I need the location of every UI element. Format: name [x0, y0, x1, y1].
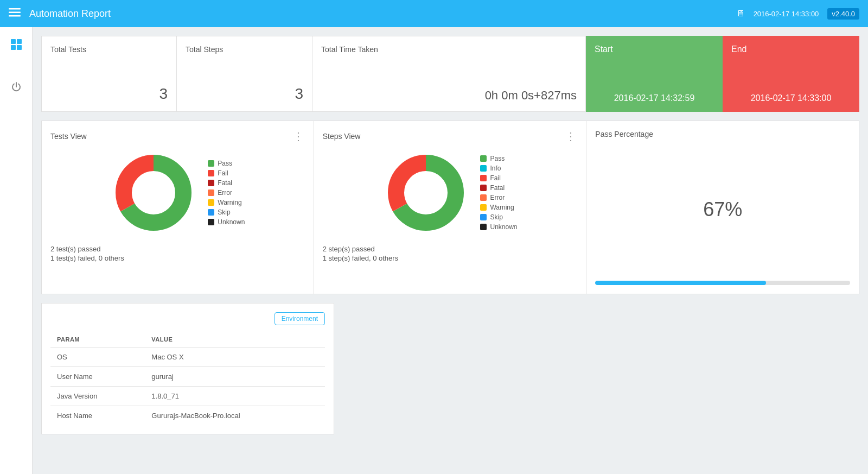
environment-table-body: OSMac OS XUser NamegururajJava Version1.…	[50, 347, 325, 426]
steps-legend-unknown: Unknown	[480, 223, 517, 231]
total-steps-value: 3	[186, 85, 303, 103]
header: Automation Report 🖥 2016-02-17 14:33:00 …	[0, 0, 868, 27]
legend-fail-color	[208, 170, 214, 176]
legend-fatal-label: Fatal	[218, 179, 232, 187]
table-row: Host NameGururajs-MacBook-Pro.local	[50, 406, 325, 426]
steps-donut	[382, 149, 469, 236]
legend-warning-color	[208, 199, 214, 206]
pass-percentage-value: 67%	[595, 138, 850, 281]
total-time-label: Total Time Taken	[321, 45, 577, 54]
steps-legend-skip-label: Skip	[490, 213, 502, 221]
sidebar-item-power[interactable]	[5, 76, 27, 98]
total-tests-value: 3	[50, 85, 168, 103]
svg-rect-1	[9, 12, 21, 14]
legend-skip: Skip	[208, 208, 245, 216]
end-label: End	[731, 45, 851, 54]
tests-view-footer: 2 test(s) passed 1 test(s) failed, 0 oth…	[50, 245, 305, 262]
steps-legend-warning: Warning	[480, 204, 517, 211]
tests-view-content: Pass Fail Fatal Error	[50, 149, 305, 236]
tests-view-header: Tests View ⋮	[50, 130, 305, 143]
steps-legend-fail-label: Fail	[490, 174, 500, 182]
env-param: OS	[50, 347, 145, 367]
env-param: Host Name	[50, 406, 145, 426]
total-steps-card: Total Steps 3	[177, 36, 312, 112]
environment-card: Environment PARAM VALUE OSMac OS XUser N…	[41, 303, 334, 434]
charts-row: Tests View ⋮ Pa	[41, 121, 859, 294]
legend-pass: Pass	[208, 160, 245, 167]
steps-view-menu[interactable]: ⋮	[565, 130, 577, 143]
tests-failed-text: 1 test(s) failed, 0 others	[50, 254, 305, 262]
legend-error: Error	[208, 189, 245, 197]
pass-progress-bar	[595, 281, 850, 285]
environment-header: Environment	[50, 312, 325, 325]
svg-point-9	[133, 172, 174, 213]
legend-unknown: Unknown	[208, 218, 245, 226]
legend-pass-color	[208, 160, 214, 167]
steps-legend-pass-color	[480, 155, 487, 162]
end-card: End 2016-02-17 14:33:00	[723, 36, 859, 112]
start-end-container: Start 2016-02-17 14:32:59 End 2016-02-17…	[586, 36, 859, 112]
header-version: v2.40.0	[827, 8, 859, 20]
svg-point-12	[405, 172, 446, 213]
steps-legend-fail-color	[480, 175, 487, 181]
steps-view-content: Pass Info Fail Fatal	[323, 149, 578, 236]
summary-row: Total Tests 3 Total Steps 3 Total Time T…	[41, 36, 859, 112]
steps-view-card: Steps View ⋮ Pass	[314, 121, 587, 294]
environment-table: PARAM VALUE OSMac OS XUser NamegururajJa…	[50, 332, 325, 425]
start-label: Start	[595, 45, 714, 54]
legend-fatal: Fatal	[208, 179, 245, 187]
steps-legend-warning-label: Warning	[490, 204, 514, 211]
env-value: 1.8.0_71	[145, 387, 325, 406]
svg-rect-3	[11, 39, 16, 44]
total-time-value: 0h 0m 0s+827ms	[321, 89, 577, 103]
total-time-card: Total Time Taken 0h 0m 0s+827ms	[312, 36, 586, 112]
menu-icon[interactable]	[9, 8, 21, 19]
env-param: User Name	[50, 367, 145, 387]
steps-legend-info-color	[480, 165, 487, 172]
pass-percentage-title: Pass Percentage	[595, 130, 850, 138]
start-value: 2016-02-17 14:32:59	[595, 93, 714, 103]
app-title: Automation Report	[29, 8, 736, 20]
steps-legend-error-label: Error	[490, 194, 505, 201]
bottom-row: Environment PARAM VALUE OSMac OS XUser N…	[41, 303, 859, 434]
tests-view-legend: Pass Fail Fatal Error	[208, 160, 245, 226]
steps-view-title: Steps View	[323, 132, 361, 141]
total-steps-label: Total Steps	[186, 45, 303, 54]
env-value: Mac OS X	[145, 347, 325, 367]
tests-view-menu[interactable]: ⋮	[293, 130, 305, 143]
tests-view-title: Tests View	[50, 132, 87, 141]
legend-warning: Warning	[208, 199, 245, 206]
environment-table-header: PARAM VALUE	[50, 332, 325, 347]
sidebar-item-dashboard[interactable]	[5, 34, 27, 55]
sidebar	[0, 27, 33, 474]
env-value: Gururajs-MacBook-Pro.local	[145, 406, 325, 426]
start-card: Start 2016-02-17 14:32:59	[586, 36, 723, 112]
pass-percentage-card: Pass Percentage 67%	[586, 121, 859, 294]
legend-skip-label: Skip	[218, 208, 230, 216]
svg-rect-0	[9, 8, 21, 10]
steps-legend-skip: Skip	[480, 213, 517, 221]
steps-legend-warning-color	[480, 204, 487, 211]
total-tests-card: Total Tests 3	[41, 36, 177, 112]
svg-rect-2	[9, 15, 21, 17]
steps-passed-text: 2 step(s) passed	[323, 245, 578, 253]
main-content: Total Tests 3 Total Steps 3 Total Time T…	[33, 27, 868, 474]
tests-passed-text: 2 test(s) passed	[50, 245, 305, 253]
pass-progress-fill	[595, 281, 766, 285]
table-row: OSMac OS X	[50, 347, 325, 367]
environment-badge[interactable]: Environment	[275, 312, 325, 325]
svg-rect-5	[11, 45, 16, 50]
steps-view-footer: 2 step(s) passed 1 step(s) failed, 0 oth…	[323, 245, 578, 262]
steps-legend-pass-label: Pass	[490, 155, 505, 162]
steps-failed-text: 1 step(s) failed, 0 others	[323, 254, 578, 262]
svg-rect-4	[17, 39, 22, 44]
steps-legend-skip-color	[480, 214, 487, 220]
legend-pass-label: Pass	[218, 160, 232, 167]
steps-legend-error: Error	[480, 194, 517, 201]
legend-fail-label: Fail	[218, 169, 228, 177]
env-value: gururaj	[145, 367, 325, 387]
legend-unknown-color	[208, 219, 214, 225]
steps-legend-fail: Fail	[480, 174, 517, 182]
header-datetime: 2016-02-17 14:33:00	[754, 10, 819, 18]
steps-legend-fatal-color	[480, 185, 487, 191]
